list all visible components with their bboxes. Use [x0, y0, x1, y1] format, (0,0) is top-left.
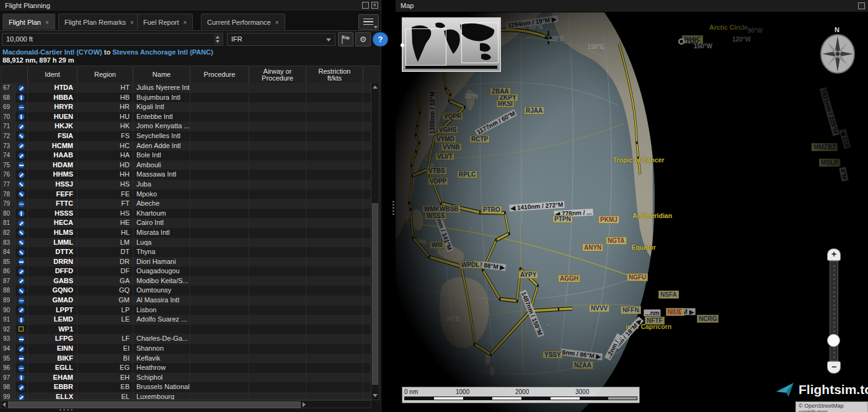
map-waypoint-label[interactable]: RJAA — [524, 107, 544, 115]
scroll-right-icon[interactable] — [303, 402, 306, 407]
map-waypoint-label[interactable]: NFTF — [645, 317, 665, 325]
table-row[interactable]: 79FTTCFTAbeche — [1, 199, 371, 209]
map-waypoint-label[interactable]: VLVT — [435, 152, 454, 160]
table-row[interactable]: 95BIKFBIKeflavik — [1, 354, 371, 364]
map-waypoint-label[interactable]: WMKWBSB — [422, 205, 461, 213]
table-row[interactable]: 69HRYRHRKigali Intl — [1, 102, 371, 112]
table-vertical-scrollbar[interactable] — [371, 83, 379, 400]
table-row[interactable]: 82HLMSHLMisrata Intl — [1, 228, 371, 238]
table-row[interactable]: 98EBBREBBrussels National — [1, 382, 371, 392]
close-window-icon[interactable]: × — [371, 2, 378, 9]
tab-fuel-report[interactable]: Fuel Report× — [137, 14, 193, 30]
scrollbar-thumb[interactable] — [8, 401, 301, 408]
map-waypoint-label[interactable]: VQPR — [442, 112, 463, 120]
compass-rose[interactable]: N — [820, 26, 856, 78]
tab-flight-plan[interactable]: Flight Plan× — [2, 14, 55, 30]
float-window-icon[interactable] — [858, 2, 865, 9]
table-row[interactable]: 92WP1 — [1, 325, 371, 335]
map-waypoint-label[interactable]: VDPP — [428, 177, 448, 185]
col-name[interactable]: Name — [133, 66, 190, 83]
table-row[interactable]: 77HSSJHSJuba — [1, 180, 371, 190]
map-waypoint-label[interactable]: AYPY — [518, 271, 538, 279]
col-region[interactable]: Region — [78, 66, 133, 83]
col-ident[interactable]: Ident — [28, 66, 78, 83]
tab-close-icon[interactable]: × — [130, 19, 134, 26]
table-row[interactable]: 76HHMSHHMassawa Intl — [1, 170, 371, 180]
zoom-out-button[interactable]: − — [827, 361, 841, 374]
table-row[interactable]: 88GQNOGQOumtounsy — [1, 286, 371, 296]
map-waypoint-label[interactable]: RPLC — [457, 170, 477, 178]
map-waypoint-label[interactable]: ANYN — [582, 243, 603, 252]
table-row[interactable]: 83LMMLLMLuqa — [1, 238, 371, 248]
map-waypoint-label[interactable]: NCRG — [697, 315, 719, 323]
table-row[interactable]: 80HSSSHSKhartoum — [1, 209, 371, 219]
map-waypoint-label[interactable]: MSLP — [819, 159, 840, 167]
map-waypoint-label[interactable]: NIUE — [666, 308, 684, 316]
map-canvas[interactable]: 30°S150°W120°W90°W30°N150°E120°E60°Nic o… — [396, 12, 868, 412]
table-row[interactable]: 94EINNEIShannon — [1, 344, 371, 354]
table-row[interactable]: 78FEFFFEMpoko — [1, 190, 371, 199]
table-row[interactable]: 73HCMMHCAden Adde Intl — [1, 141, 371, 151]
flight-rules-select[interactable]: IFR — [227, 33, 335, 46]
scrollbar-thumb[interactable] — [372, 203, 378, 385]
table-row[interactable]: 74HAABHABole Intl — [1, 151, 371, 160]
panel-resize-grip[interactable] — [60, 409, 61, 411]
table-row[interactable]: 93LFPGLFCharles-De-Ga... — [1, 334, 371, 344]
table-row[interactable]: 84DTTXDTThyna — [1, 247, 371, 257]
table-row[interactable]: 85DRRNDRDiori Hamani — [1, 257, 371, 267]
map-waypoint-label[interactable]: WPDL — [459, 261, 481, 269]
table-row[interactable]: 68HBBAHBBujumbura Intl — [1, 93, 371, 103]
tab-flight-plan-remarks[interactable]: Flight Plan Remarks× — [58, 14, 140, 30]
table-row[interactable]: 86DFFDDFOuagadougou — [1, 266, 371, 276]
map-waypoint-label[interactable]: VVNB — [441, 143, 462, 151]
table-row[interactable]: 67HTDAHTJulius Nyerere Intl — [1, 83, 371, 93]
tab-list-menu-button[interactable] — [358, 14, 379, 30]
tab-close-icon[interactable]: × — [45, 19, 49, 26]
map-waypoint-label[interactable]: PKMJ — [598, 216, 619, 224]
map-waypoint-label[interactable]: YSSY — [542, 351, 563, 359]
scroll-down-icon[interactable] — [373, 394, 378, 397]
table-row[interactable]: 75HDAMHDAmbouli — [1, 160, 371, 170]
map-waypoint-label[interactable]: VTBS — [427, 167, 447, 175]
table-row[interactable]: 91LEMDLEAdolfo Suarez ... — [1, 315, 371, 325]
table-row[interactable]: 96EGLLEGHeathrow — [1, 363, 371, 373]
map-waypoint-label[interactable]: MMZBZ — [812, 143, 838, 151]
table-row[interactable]: 71HKJKHKJomo Kenyatta ... — [1, 121, 371, 131]
table-row[interactable]: 97EHAMEHSchiphol — [1, 373, 371, 383]
table-row[interactable]: 89GMADGMAl Massira Intl — [1, 296, 371, 305]
destination-airport-link[interactable]: Stevens Anchorage Intl (PANC) — [112, 48, 213, 56]
cruise-altitude-input[interactable]: 10,000 ft — [2, 33, 223, 46]
map-waypoint-label[interactable]: NFFN — [621, 306, 641, 314]
table-row[interactable]: 70HUENHUEntebbe Intl — [1, 112, 371, 122]
tab-close-icon[interactable]: × — [183, 19, 187, 26]
table-settings-button[interactable]: ⚙ — [355, 32, 371, 46]
map-waypoint-label[interactable]: NZAA — [572, 361, 593, 369]
col-restriction[interactable]: Restriction ft/kts — [306, 66, 363, 83]
map-waypoint-label[interactable]: VGHS — [437, 126, 458, 134]
table-row[interactable]: 90LPPTLPLisbon — [1, 305, 371, 315]
map-waypoint-label[interactable]: NVVV — [589, 304, 609, 312]
col-procedure[interactable]: Procedure — [190, 66, 249, 83]
tab-current-performance[interactable]: Current Performance× — [201, 14, 285, 30]
table-row[interactable]: 72FSIAFSSeychelles Intl — [1, 131, 371, 141]
overview-map-inset[interactable] — [402, 17, 501, 72]
map-waypoint-label[interactable]: RCTP — [469, 135, 490, 143]
map-waypoint-label[interactable]: PTPN — [552, 215, 573, 223]
map-waypoint-label[interactable]: NSFA — [658, 291, 679, 299]
zoom-slider-handle[interactable] — [827, 334, 840, 347]
map-waypoint-label[interactable]: NGFU — [627, 273, 648, 281]
wind-button[interactable] — [338, 32, 353, 46]
map-waypoint-label[interactable]: WIII — [430, 241, 445, 249]
altitude-spinner[interactable] — [214, 34, 222, 45]
zoom-in-button[interactable]: + — [827, 248, 841, 261]
table-horizontal-scrollbar[interactable] — [1, 400, 371, 408]
map-waypoint-label[interactable]: ZBAA — [490, 87, 511, 95]
departure-airport-link[interactable]: Macdonald-Cartier Intl (CYOW) — [2, 48, 102, 56]
map-waypoint-label[interactable]: NGTA — [606, 237, 627, 245]
scroll-left-icon[interactable] — [2, 402, 6, 407]
help-button[interactable]: ? — [373, 32, 388, 46]
scroll-up-icon[interactable] — [373, 85, 378, 89]
map-waypoint-label[interactable]: PTRO — [481, 206, 502, 214]
table-row[interactable]: 81HECAHECairo Intl — [1, 218, 371, 228]
panel-splitter[interactable] — [392, 201, 394, 203]
